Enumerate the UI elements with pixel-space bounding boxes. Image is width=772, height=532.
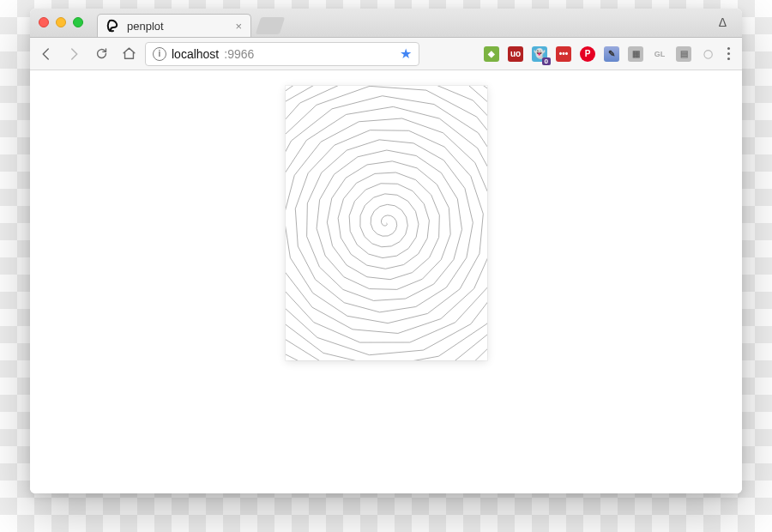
back-button[interactable] bbox=[39, 46, 54, 62]
tab-bar: penplot × Δ bbox=[30, 9, 742, 38]
minimize-window-button[interactable] bbox=[56, 17, 66, 27]
url-host: localhost bbox=[172, 47, 219, 61]
nav-controls bbox=[39, 46, 136, 62]
address-bar[interactable]: i localhost:9966 ★ bbox=[145, 42, 419, 66]
tabs: penplot × bbox=[97, 9, 282, 37]
forward-button[interactable] bbox=[66, 46, 81, 62]
site-info-icon[interactable]: i bbox=[153, 47, 166, 61]
toolbar: i localhost:9966 ★ ◆ uo 👻 0 ••• P ✎ ▦ GL… bbox=[30, 38, 742, 70]
new-tab-button[interactable] bbox=[256, 17, 285, 34]
pinterest-extension-icon[interactable]: P bbox=[580, 46, 595, 62]
ghostery-badge: 0 bbox=[542, 57, 551, 65]
favicon-icon bbox=[106, 19, 120, 33]
notes-extension-icon[interactable]: ▤ bbox=[676, 46, 691, 62]
fullscreen-window-button[interactable] bbox=[73, 17, 83, 27]
android-extension-icon[interactable]: ◆ bbox=[484, 46, 499, 62]
chrome-menu-button[interactable] bbox=[724, 47, 733, 60]
eyedropper-extension-icon[interactable]: ✎ bbox=[604, 46, 619, 62]
gl-extension-icon[interactable]: GL bbox=[652, 46, 667, 62]
close-tab-icon[interactable]: × bbox=[235, 20, 242, 33]
page-viewport bbox=[30, 70, 742, 493]
window-controls bbox=[39, 17, 83, 27]
profile-indicator-icon[interactable]: Δ bbox=[719, 15, 727, 29]
ublock-extension-icon[interactable]: uo bbox=[508, 46, 523, 62]
circle-extension-icon[interactable]: ◯ bbox=[700, 46, 715, 62]
ghostery-extension-icon[interactable]: 👻 0 bbox=[532, 46, 547, 62]
spiral-plot-icon bbox=[286, 86, 487, 360]
url-port: :9966 bbox=[224, 47, 254, 61]
home-button[interactable] bbox=[121, 46, 136, 62]
close-window-button[interactable] bbox=[39, 17, 49, 27]
lastpass-extension-icon[interactable]: ••• bbox=[556, 46, 571, 62]
penplot-canvas bbox=[286, 86, 487, 360]
browser-window: penplot × Δ i localhost:9966 ★ bbox=[30, 9, 742, 493]
grid-extension-icon[interactable]: ▦ bbox=[628, 46, 643, 62]
bookmark-star-icon[interactable]: ★ bbox=[400, 45, 412, 62]
tab-penplot[interactable]: penplot × bbox=[97, 14, 251, 37]
extension-icons: ◆ uo 👻 0 ••• P ✎ ▦ GL ▤ ◯ bbox=[484, 46, 733, 62]
reload-button[interactable] bbox=[93, 46, 109, 62]
tab-title: penplot bbox=[127, 20, 164, 33]
